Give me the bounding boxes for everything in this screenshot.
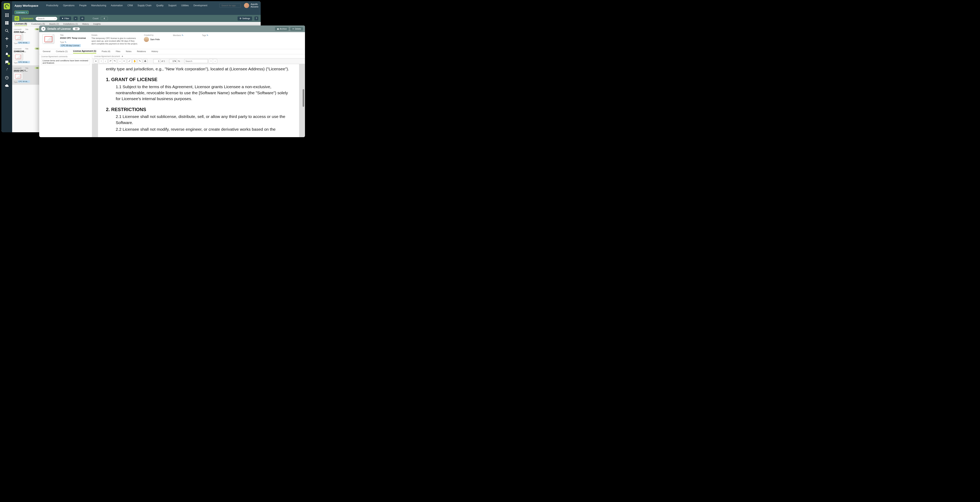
detail-body: License Agreement comments License terms… — [39, 54, 305, 137]
type-value: CPC 90-day License — [60, 44, 81, 47]
search-app-input[interactable] — [220, 3, 241, 8]
svg-rect-6 — [5, 16, 6, 17]
zoom-input[interactable] — [169, 59, 177, 63]
arrow-down-icon[interactable]: ↓ — [103, 59, 107, 63]
license-list-item[interactable]: LicenseID31Title22488/2248…TypeCPC 90-da… — [12, 46, 41, 65]
top-nav-item[interactable]: Utilities — [181, 4, 189, 7]
svg-text:?: ? — [6, 44, 8, 48]
close-icon[interactable]: × — [25, 11, 27, 14]
top-nav-item[interactable]: Quality — [156, 4, 164, 7]
edit-icon[interactable]: ✎ — [182, 34, 183, 37]
left-sidebar: ? 1 1 — [2, 1, 12, 132]
running-icon[interactable] — [5, 68, 9, 72]
svg-point-23 — [16, 18, 17, 19]
add-button[interactable]: + — [73, 16, 78, 21]
print-icon[interactable]: 🖶 — [143, 59, 147, 63]
license-list-item[interactable]: LicenseID33Title23152 CPC T…TypeCPC 90-d… — [12, 65, 41, 85]
scrollbar-thumb[interactable] — [302, 89, 304, 107]
top-nav-item[interactable]: Support — [168, 4, 177, 7]
dashboard-icon[interactable] — [5, 21, 9, 25]
chip-licenses[interactable]: Licenses × — [14, 11, 29, 14]
top-nav-item[interactable]: Operations — [63, 4, 75, 7]
help-button[interactable]: ? — [255, 16, 258, 21]
archive-button[interactable]: ▣ Archive — [275, 27, 289, 31]
zoom-pct: % — [178, 60, 180, 62]
search-next-icon[interactable]: ↓ — [213, 59, 217, 63]
comments-text[interactable]: License terms and conditions have been r… — [41, 59, 90, 65]
tab[interactable]: Customers (5) — [31, 23, 45, 25]
top-nav-item[interactable]: Supply Chain — [138, 4, 151, 7]
tab[interactable]: Licenses (5) — [14, 22, 27, 26]
tab[interactable]: Insights — [93, 23, 101, 25]
edit-icon[interactable]: ✎ — [207, 34, 208, 37]
svg-rect-22 — [16, 17, 18, 19]
filter-button[interactable]: ▼ Filter — [60, 16, 71, 21]
top-nav: ProductivityOperationsPeopleManufacturin… — [46, 4, 219, 7]
add-doc-button[interactable]: + — [121, 55, 123, 58]
document-viewer[interactable]: entity type and jurisdiction, e.g., "New… — [92, 64, 305, 137]
top-nav-item[interactable]: People — [79, 4, 86, 7]
top-nav-item[interactable]: CRM — [127, 4, 133, 7]
page-input[interactable] — [153, 59, 160, 63]
title-value: 23152 CPC Temp License — [60, 37, 86, 39]
svg-rect-0 — [5, 14, 6, 14]
module-search-input[interactable] — [36, 17, 57, 21]
tab[interactable]: History — [82, 23, 89, 25]
module-title: Licenses — [22, 17, 33, 20]
search-icon[interactable]: ⌕ — [54, 17, 56, 20]
detail-tab[interactable]: Posts (4) — [102, 50, 110, 53]
app-logo[interactable] — [4, 3, 10, 10]
search-icon[interactable] — [5, 29, 9, 33]
delete-button[interactable]: ✕ Delete — [290, 27, 303, 31]
top-nav-item[interactable]: Manufacturing — [91, 4, 106, 7]
zoom-in-icon[interactable]: + — [122, 59, 126, 63]
detail-tab[interactable]: Relations — [137, 50, 146, 53]
refresh-button[interactable]: ⟲ — [80, 16, 84, 21]
apps-grid-icon[interactable] — [5, 13, 9, 17]
top-nav-item[interactable]: Development — [194, 4, 207, 7]
document-page: entity type and jurisdiction, e.g., "New… — [98, 64, 299, 137]
help-icon[interactable]: ? — [5, 44, 9, 49]
count-value: 4 — [101, 17, 108, 20]
top-nav-item[interactable]: Automation — [111, 4, 123, 7]
cloud-icon[interactable] — [5, 83, 9, 88]
detail-tab[interactable]: Notes — [126, 50, 132, 53]
search-prev-icon[interactable]: ↑ — [209, 59, 213, 63]
menu-icon[interactable]: ≡ — [94, 59, 98, 63]
rotate-left-icon[interactable]: ↶ — [108, 59, 113, 63]
zoom-out-icon[interactable]: − — [118, 59, 122, 63]
clock-icon[interactable] — [5, 76, 9, 80]
module-icon[interactable] — [14, 16, 19, 21]
settings-button[interactable]: ⚙ Settings — [237, 16, 252, 21]
add-icon[interactable] — [5, 37, 9, 41]
detail-tab[interactable]: Files — [116, 50, 120, 53]
tab[interactable]: Assets (2) — [49, 23, 59, 25]
detail-tab[interactable]: License Agreement (1) — [73, 50, 96, 54]
user-menu[interactable]: AppolloAscanio — [244, 3, 258, 8]
highlight-icon[interactable]: ✎ — [138, 59, 142, 63]
arrow-up-icon[interactable]: ↑ — [99, 59, 103, 63]
doc-paragraph: 2.2 Licensee shall not modify, reverse e… — [116, 126, 291, 132]
detail-tab[interactable]: General — [43, 50, 50, 53]
bell-icon[interactable]: 1 — [5, 52, 9, 56]
doc-paragraph: 2.1 Licensee shall not sublicense, distr… — [116, 114, 291, 126]
doc-search-input[interactable] — [184, 59, 208, 63]
back-button[interactable] — [41, 27, 46, 31]
workspace-title: Appy Workspace — [14, 4, 38, 7]
detail-tab[interactable]: History — [151, 50, 158, 53]
license-thumbnail-icon — [42, 34, 54, 44]
edit-icon[interactable]: ✎ — [65, 41, 67, 43]
license-list: LicenseID32Title22404 Appl…TypeCPC 90-da… — [12, 27, 41, 132]
top-nav-item[interactable]: Productivity — [46, 4, 58, 7]
chat-icon[interactable]: 1 — [5, 60, 9, 64]
rotate-right-icon[interactable]: ↷ — [113, 59, 117, 63]
fullscreen-icon[interactable]: ⤢ — [127, 59, 132, 63]
hand-tool-icon[interactable]: ✋ — [132, 59, 137, 63]
user-avatar-icon — [244, 3, 249, 8]
tab[interactable]: Installations (1) — [63, 23, 78, 25]
svg-rect-2 — [8, 14, 9, 14]
license-list-item[interactable]: LicenseID32Title22404 Appl…TypeCPC 90-da… — [12, 27, 41, 46]
detail-tab[interactable]: Contacts (1) — [56, 50, 68, 53]
svg-rect-8 — [8, 16, 9, 17]
doc-heading: 1. GRANT OF LICENSE — [106, 76, 291, 83]
